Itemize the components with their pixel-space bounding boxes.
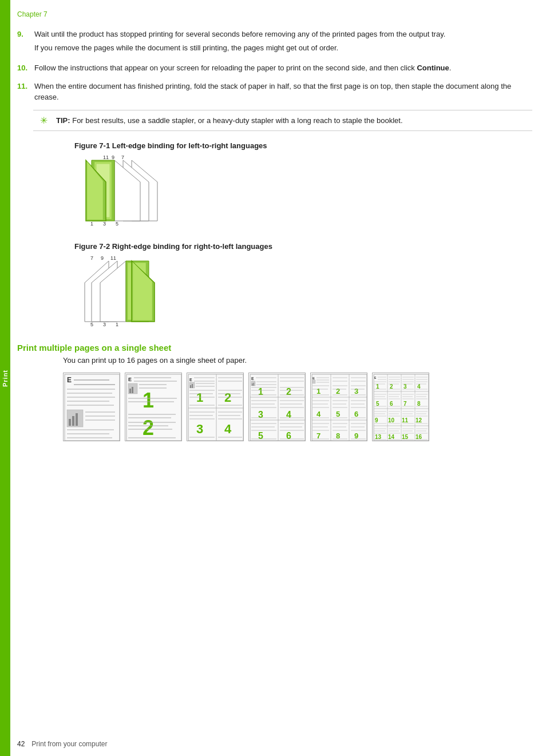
svg-text:3: 3 <box>403 383 407 390</box>
svg-rect-105 <box>252 383 253 386</box>
svg-text:1: 1 <box>90 221 93 227</box>
svg-text:1: 1 <box>143 389 154 412</box>
svg-text:14: 14 <box>388 434 395 440</box>
step-9: 9. Wait until the product has stopped pr… <box>17 29 532 56</box>
svg-text:11: 11 <box>103 155 109 160</box>
svg-text:2: 2 <box>224 390 231 405</box>
figure-7-1-caption: Figure 7-1 Left-edge binding for left-to… <box>74 141 532 150</box>
svg-text:6: 6 <box>286 431 291 441</box>
svg-rect-145 <box>312 380 315 383</box>
svg-text:3: 3 <box>258 410 263 419</box>
svg-text:16: 16 <box>416 434 422 440</box>
thumb-4up-svg: E 1 2 <box>187 373 244 442</box>
svg-text:3: 3 <box>196 422 203 436</box>
svg-text:1: 1 <box>258 387 263 397</box>
svg-text:E: E <box>189 378 192 382</box>
svg-text:11: 11 <box>402 417 409 423</box>
svg-text:9: 9 <box>112 155 114 160</box>
step-9-text: Wait until the product has stopped print… <box>34 29 532 56</box>
step-9-sub: If you remove the pages while the docume… <box>34 42 532 54</box>
svg-text:11: 11 <box>110 255 116 261</box>
svg-text:12: 12 <box>416 417 422 423</box>
svg-text:4: 4 <box>316 410 321 418</box>
figure-7-2: 7 9 11 5 3 1 <box>74 254 532 330</box>
svg-text:2: 2 <box>286 387 291 397</box>
svg-rect-38 <box>72 416 74 426</box>
tip-content: TIP: For best results, use a saddle stap… <box>56 115 403 126</box>
svg-text:2: 2 <box>390 383 393 390</box>
svg-text:1: 1 <box>196 390 203 405</box>
svg-text:7: 7 <box>121 155 124 160</box>
svg-rect-37 <box>69 419 71 426</box>
step-11: 11. When the entire document has finishe… <box>17 81 532 103</box>
figure-7-2-svg: 7 9 11 5 3 1 <box>74 254 166 328</box>
figure-7-1-svg: 11 9 7 1 3 5 <box>74 153 166 228</box>
svg-text:5: 5 <box>90 322 93 327</box>
svg-rect-39 <box>76 413 78 426</box>
section-intro: You can print up to 16 pages on a single… <box>63 356 532 365</box>
svg-text:2: 2 <box>336 387 340 395</box>
svg-text:5: 5 <box>336 410 340 418</box>
step-11-text: When the entire document has finished pr… <box>34 81 532 103</box>
svg-text:E: E <box>312 377 315 380</box>
side-tab-label: Print <box>2 369 9 386</box>
step-11-number: 11. <box>17 81 34 103</box>
svg-text:7: 7 <box>90 255 93 261</box>
figure-7-2-caption: Figure 7-2 Right-edge binding for right-… <box>74 242 532 251</box>
chapter-header: Chapter 7 <box>17 10 532 18</box>
svg-text:3: 3 <box>103 322 106 327</box>
page-number: 42 <box>17 740 25 748</box>
thumb-6up-a-svg: E 1 2 <box>249 373 306 442</box>
thumb-2up: E 1 2 <box>125 373 182 441</box>
thumb-9up-svg: E 1 2 3 <box>311 373 368 442</box>
svg-text:E: E <box>67 376 72 384</box>
step-10-number: 10. <box>17 62 34 74</box>
svg-text:9: 9 <box>101 255 104 261</box>
tip-icon: ✳ <box>40 115 52 126</box>
svg-text:5: 5 <box>116 221 118 227</box>
svg-text:7: 7 <box>403 401 407 407</box>
tip-text: For best results, use a saddle stapler, … <box>72 116 402 125</box>
thumb-1up: E <box>63 373 120 441</box>
svg-text:5: 5 <box>376 401 379 407</box>
tip-box: ✳ TIP: For best results, use a saddle st… <box>33 110 532 132</box>
thumb-9up: E 1 2 3 <box>310 373 367 441</box>
svg-text:4: 4 <box>417 383 421 390</box>
svg-text:8: 8 <box>417 401 421 407</box>
thumb-16up-svg: E 1 2 3 4 <box>373 373 430 442</box>
svg-rect-73 <box>192 384 193 388</box>
thumb-1up-svg: E <box>64 373 121 442</box>
footer-text: Print from your computer <box>31 740 107 748</box>
svg-rect-106 <box>254 383 255 386</box>
svg-text:E: E <box>251 377 254 381</box>
svg-text:3: 3 <box>103 221 106 227</box>
svg-text:3: 3 <box>354 387 358 395</box>
svg-text:4: 4 <box>224 422 232 436</box>
step-9-number: 9. <box>17 29 34 56</box>
page-footer: 42 Print from your computer <box>17 740 532 748</box>
thumb-4up: E 1 2 <box>187 373 244 441</box>
svg-text:9: 9 <box>375 417 378 423</box>
svg-rect-51 <box>129 389 131 393</box>
svg-text:2: 2 <box>143 416 154 440</box>
tip-label: TIP: <box>56 116 70 125</box>
svg-text:5: 5 <box>258 431 263 441</box>
step-10-text: Follow the instructions that appear on y… <box>34 62 532 74</box>
step-10: 10. Follow the instructions that appear … <box>17 62 532 74</box>
section-title: Print multiple pages on a single sheet <box>17 343 532 353</box>
step-9-main: Wait until the product has stopped print… <box>34 29 532 40</box>
svg-rect-72 <box>190 385 191 388</box>
svg-rect-52 <box>132 387 133 393</box>
svg-text:13: 13 <box>375 434 382 440</box>
svg-text:1: 1 <box>116 322 118 327</box>
svg-text:10: 10 <box>388 417 395 423</box>
svg-text:6: 6 <box>390 401 393 407</box>
svg-text:6: 6 <box>354 410 358 418</box>
side-tab: Print <box>0 0 10 756</box>
thumb-6up-a: E 1 2 <box>248 373 306 441</box>
figure-7-1: 11 9 7 1 3 5 <box>74 153 532 229</box>
svg-text:1: 1 <box>376 383 379 390</box>
thumbnails-grid: E <box>63 373 532 441</box>
svg-text:4: 4 <box>286 410 291 419</box>
thumb-2up-svg: E 1 2 <box>125 373 183 442</box>
